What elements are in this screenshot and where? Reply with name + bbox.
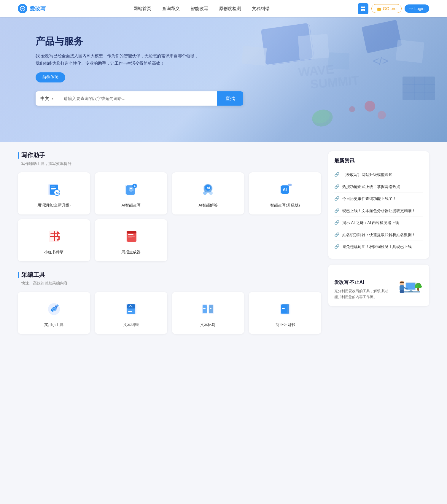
link-icon-3: 🔗 <box>334 208 339 213</box>
logo-icon <box>18 4 27 13</box>
news-item-3[interactable]: 🔗 现已上线！文本颜色分析器让提取更精准！ <box>334 205 423 217</box>
login-button[interactable]: ↪ Login <box>405 4 429 13</box>
svg-rect-65 <box>209 305 213 313</box>
svg-rect-74 <box>281 305 287 313</box>
language-label: 中文 <box>40 96 49 101</box>
svg-rect-42 <box>288 184 292 186</box>
nav-query[interactable]: 查询释义 <box>162 6 180 12</box>
card-smart-rewrite[interactable]: AI 智能改写(升级版) <box>249 172 321 214</box>
card-ai-rewrite[interactable]: AI AI智能改写 <box>95 172 167 214</box>
card-text-compare[interactable]: 文本比对 <box>172 292 244 334</box>
text-correction-icon <box>122 300 140 318</box>
news-item-5[interactable]: 🔗 姓名识别利器：快速提取和解析姓名数据！ <box>334 229 423 241</box>
svg-rect-50 <box>127 231 136 233</box>
svg-text:A+: A+ <box>56 191 60 195</box>
card-ai-answer-label: AI智能解答 <box>198 203 217 208</box>
card-xiaohongshu-label: 小红书种草 <box>44 249 63 255</box>
svg-point-8 <box>365 101 375 112</box>
writing-section: 写作助手 写作辅助工具，撰写效率提升 <box>18 151 321 261</box>
nav-proofread[interactable]: 文稿纠错 <box>252 6 270 12</box>
link-icon-2: 🔗 <box>334 196 339 201</box>
grid-button[interactable] <box>358 3 368 14</box>
search-input[interactable] <box>59 91 217 106</box>
svg-rect-70 <box>210 308 211 309</box>
card-text-correction-label: 文本纠错 <box>123 322 139 327</box>
news-item-6[interactable]: 🔗 避免违规词汇！极限词检测工具现已上线 <box>334 241 423 253</box>
try-button[interactable]: 前往体验 <box>36 72 65 82</box>
card-xiaohongshu[interactable]: 书 小红书种草 <box>18 219 90 261</box>
svg-rect-59 <box>127 304 135 309</box>
search-bar: 中文 ▼ 查找 <box>36 91 243 106</box>
link-icon-5: 🔗 <box>334 232 339 237</box>
card-business-plan-label: 商业计划书 <box>276 322 295 327</box>
svg-rect-61 <box>128 311 132 312</box>
writing-section-title: 写作助手 <box>18 151 321 159</box>
link-icon-1: 🔗 <box>334 184 339 189</box>
news-item-4[interactable]: 🔗 揭示 AI 之谜：AI 内容检测器上线 <box>334 217 423 229</box>
nav-rewrite[interactable]: 智能改写 <box>190 6 208 12</box>
nav-originality[interactable]: 原创度检测 <box>219 6 241 12</box>
svg-point-37 <box>203 191 207 195</box>
news-text-5: 姓名识别利器：快速提取和解析姓名数据！ <box>342 232 416 238</box>
svg-rect-76 <box>282 308 285 309</box>
nav-home[interactable]: 网站首页 <box>133 6 151 12</box>
business-plan-icon <box>276 300 294 318</box>
promo-panel: 爱改写·不止AI 充分利用爱改写的工具，解锁 其功能并利用您的内容工作流。 <box>328 265 429 306</box>
card-weekly-report[interactable]: 周报生成器 <box>95 219 167 261</box>
hero-desc: 我·爱改写已经全面接入国内AI大模型，作为你的智能伙伴，无论您的需求来自哪个领域… <box>36 52 202 67</box>
card-smart-rewrite-label: 智能改写(升级版) <box>270 203 300 208</box>
writing-polish-icon: A+ <box>45 181 63 198</box>
svg-text:AI: AI <box>207 186 210 190</box>
svg-rect-85 <box>400 290 402 293</box>
card-text-correction[interactable]: 文本纠错 <box>95 292 167 334</box>
card-business-plan[interactable]: 商业计划书 <box>249 292 321 334</box>
link-icon-6: 🔗 <box>334 244 339 249</box>
search-button[interactable]: 查找 <box>217 91 243 106</box>
news-item-1[interactable]: 🔗 热搜功能正式上线！掌握网络热点 <box>334 181 423 193</box>
tools-section-desc: 快速、高效的辅助采编内容 <box>21 281 321 286</box>
news-item-0[interactable]: 🔗 【爱改写】网站升级模型通知 <box>334 169 423 181</box>
tools-cards-grid: 实用小工具 <box>18 292 321 334</box>
svg-rect-82 <box>408 291 413 292</box>
svg-rect-84 <box>400 285 404 291</box>
logo-text: 爱改写 <box>30 5 46 12</box>
go-pro-button[interactable]: 👑 GO pro <box>371 4 402 13</box>
utility-tools-icon <box>45 300 63 318</box>
navbar: 爱改写 网站首页 查询释义 智能改写 原创度检测 文稿纠错 👑 GO pro ↪… <box>0 0 447 17</box>
svg-rect-67 <box>203 307 206 307</box>
hero-title: 产品与服务 <box>36 35 447 48</box>
news-item-2[interactable]: 🔗 今日历史事件查询功能上线了！ <box>334 193 423 205</box>
svg-rect-47 <box>128 234 133 235</box>
card-utility-tools[interactable]: 实用小工具 <box>18 292 90 334</box>
card-ai-answer[interactable]: AI AI智能解答 <box>172 172 244 214</box>
news-panel: 最新资讯 🔗 【爱改写】网站升级模型通知 🔗 热搜功能正式上线！掌握网络热点 🔗… <box>328 151 429 259</box>
logo[interactable]: 爱改写 <box>18 4 46 13</box>
writing-cards-grid: A+ 用词润色(全新升级) AI <box>18 172 321 261</box>
nav-actions: 👑 GO pro ↪ Login <box>358 3 429 14</box>
language-selector[interactable]: 中文 ▼ <box>36 91 59 106</box>
svg-rect-69 <box>210 307 213 307</box>
chevron-down-icon: ▼ <box>51 97 54 100</box>
svg-rect-49 <box>128 238 132 238</box>
card-writing-polish[interactable]: A+ 用词润色(全新升级) <box>18 172 90 214</box>
svg-rect-86 <box>402 290 404 293</box>
writing-section-desc: 写作辅助工具，撰写效率提升 <box>21 161 321 166</box>
news-text-2: 今日历史事件查询功能上线了！ <box>342 196 396 202</box>
svg-text:书: 书 <box>50 231 60 242</box>
card-writing-polish-label: 用词润色(全新升级) <box>37 203 71 208</box>
svg-rect-77 <box>282 310 285 310</box>
card-weekly-report-label: 周报生成器 <box>121 249 141 255</box>
news-text-6: 避免违规词汇！极限词检测工具现已上线 <box>342 244 412 250</box>
smart-rewrite-icon: AI <box>276 181 294 198</box>
news-text-0: 【爱改写】网站升级模型通知 <box>342 172 392 178</box>
login-icon: ↪ <box>409 6 413 11</box>
svg-rect-81 <box>410 290 412 291</box>
promo-title: 爱改写·不止AI <box>334 279 391 286</box>
tools-section: 采编工具 快速、高效的辅助采编内容 <box>18 271 321 334</box>
svg-rect-75 <box>282 307 286 307</box>
svg-rect-60 <box>128 310 134 310</box>
promo-content: 爱改写·不止AI 充分利用爱改写的工具，解锁 其功能并利用您的内容工作流。 <box>334 279 391 300</box>
title-bar <box>18 152 19 159</box>
grid-icon <box>361 7 365 11</box>
svg-rect-25 <box>51 188 56 189</box>
